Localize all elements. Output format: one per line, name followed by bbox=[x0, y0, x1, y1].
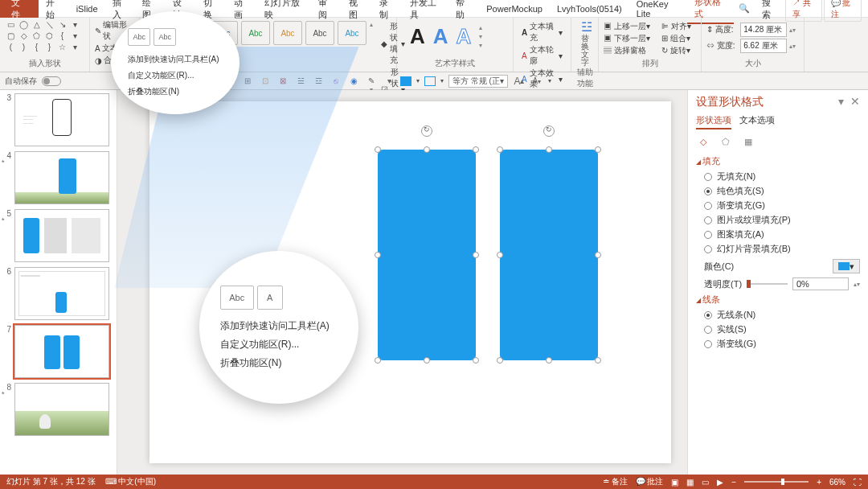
selection-pane-button[interactable]: ▤ 选择窗格 bbox=[604, 45, 655, 56]
thumb-4[interactable] bbox=[14, 151, 109, 204]
autosave-label: 自动保存 bbox=[5, 76, 37, 87]
pane-title: 设置形状格式 bbox=[696, 95, 764, 109]
view-sorter-icon[interactable]: ▦ bbox=[686, 478, 694, 487]
group-button[interactable]: ⊞ 组合▾ bbox=[661, 33, 696, 44]
rotate-handle-1[interactable] bbox=[421, 125, 432, 137]
font-selector[interactable]: 等方 常规 (正 ▾ bbox=[448, 75, 508, 88]
align-button[interactable]: ⊫ 对齐▾ bbox=[661, 21, 696, 32]
radio-picture-fill[interactable]: 图片或纹理填充(P) bbox=[704, 214, 860, 226]
replace-text-button[interactable]: ☳替换 文字 bbox=[576, 19, 593, 67]
callout-large: AbcA 添加到快速访问工具栏(A) 自定义功能区(R)... 折叠功能区(N) bbox=[199, 251, 358, 404]
qat-fill-color[interactable] bbox=[400, 76, 411, 86]
fill-line-icon[interactable]: ◇ bbox=[696, 134, 710, 149]
pane-dropdown[interactable]: ▾ bbox=[838, 95, 844, 108]
tab-file[interactable]: 文件 bbox=[0, 0, 39, 18]
thumb-8[interactable] bbox=[14, 383, 109, 436]
width-input[interactable]: 6.62 厘米 bbox=[740, 39, 787, 53]
pane-tab-shape[interactable]: 形状选项 bbox=[696, 114, 731, 129]
rotate-handle-2[interactable] bbox=[543, 125, 555, 137]
pane-close[interactable]: ✕ bbox=[850, 95, 860, 108]
pane-tab-text[interactable]: 文本选项 bbox=[739, 114, 775, 129]
bring-forward-button[interactable]: ▣ 上移一层▾ bbox=[604, 21, 655, 32]
radio-pattern-fill[interactable]: 图案填充(A) bbox=[704, 228, 860, 240]
wordart-gallery[interactable]: AAA bbox=[402, 19, 479, 49]
view-normal-icon[interactable]: ▣ bbox=[671, 478, 678, 487]
thumb-7[interactable] bbox=[14, 325, 109, 378]
view-slideshow-icon[interactable]: ▶ bbox=[717, 478, 723, 487]
radio-slide-bg-fill[interactable]: 幻灯片背景填充(B) bbox=[704, 243, 860, 255]
ctx2-add-qat[interactable]: 添加到快速访问工具栏(A) bbox=[219, 317, 340, 335]
ctx-add-qat[interactable]: 添加到快速访问工具栏(A) bbox=[126, 51, 224, 68]
height-input[interactable]: 14.28 厘米 bbox=[740, 23, 787, 37]
slide-thumbnails[interactable]: 3 ──────── ──── ── 4* 5* 6 ▭▭▭▭▭▭ 7 bbox=[0, 90, 117, 475]
tab-lvy[interactable]: LvyhTools(0514) bbox=[550, 2, 629, 16]
group-label-size: 大小 bbox=[706, 58, 799, 70]
shape-gallery[interactable]: ▭◯△＼↘▾ ▢◇⬠⬡{▾ (){}☆▾ bbox=[5, 19, 81, 52]
shape-style-7[interactable]: Abc bbox=[338, 21, 366, 45]
shape-style-4[interactable]: Abc bbox=[241, 21, 270, 45]
send-backward-button[interactable]: ▣ 下移一层▾ bbox=[604, 33, 655, 44]
group-label-a11y: 辅助功能 bbox=[576, 67, 593, 90]
size-props-icon[interactable]: ▦ bbox=[741, 134, 755, 149]
radio-solid-line[interactable]: 实线(S) bbox=[704, 323, 860, 335]
shape-style-6[interactable]: Abc bbox=[305, 21, 334, 45]
section-line[interactable]: 线条 bbox=[696, 294, 860, 306]
ctx-collapse[interactable]: 折叠功能区(N) bbox=[126, 84, 224, 100]
radio-no-fill[interactable]: 无填充(N) bbox=[704, 171, 860, 183]
zoom-value[interactable]: 66% bbox=[829, 478, 845, 487]
height-label: ⇕ 高度: bbox=[706, 24, 738, 35]
callout-small: AbcAbc 添加到快速访问工具栏(A) 自定义功能区(R)... 折叠功能区(… bbox=[111, 11, 240, 114]
radio-no-line[interactable]: 无线条(N) bbox=[704, 309, 860, 321]
view-reading-icon[interactable]: ▭ bbox=[702, 478, 709, 487]
thumb-6[interactable]: ▭▭▭▭▭▭ bbox=[14, 267, 109, 320]
shape-rect-2[interactable] bbox=[500, 150, 598, 360]
color-label: 颜色(C) bbox=[704, 261, 734, 273]
shape-rect-1[interactable] bbox=[378, 150, 476, 360]
status-slide: 幻灯片 第 7 张，共 12 张 bbox=[6, 476, 96, 487]
width-label: ⇔ 宽度: bbox=[706, 40, 738, 51]
ctx-customize[interactable]: 自定义功能区(R)... bbox=[126, 68, 224, 84]
thumb-5[interactable] bbox=[14, 209, 109, 262]
qat-outline-color[interactable] bbox=[424, 76, 436, 86]
qat-ico-11[interactable]: ◉ bbox=[347, 75, 360, 88]
tab-pm[interactable]: PowerMockup bbox=[479, 2, 550, 16]
fit-window-icon[interactable]: ⛶ bbox=[854, 478, 862, 487]
section-fill[interactable]: 填充 bbox=[696, 155, 860, 167]
transparency-slider[interactable] bbox=[747, 283, 788, 285]
ctx2-collapse[interactable]: 折叠功能区(N) bbox=[219, 354, 340, 372]
format-shape-pane: 设置形状格式 ▾ ✕ 形状选项 文本选项 ◇ ⬠ ▦ 填充 无填充(N) 纯色填… bbox=[687, 90, 868, 475]
thumb-3[interactable]: ──────── ──── ── bbox=[14, 93, 109, 146]
fill-color-picker[interactable]: ▾ bbox=[833, 259, 860, 273]
qat-ico-12[interactable]: ▾ bbox=[383, 75, 395, 88]
ctx2-customize[interactable]: 自定义功能区(R)... bbox=[219, 335, 340, 354]
group-label-arrange: 排列 bbox=[604, 58, 696, 70]
status-notes[interactable]: ≐ 备注 bbox=[603, 476, 628, 487]
autosave-toggle[interactable] bbox=[42, 76, 61, 86]
status-lang[interactable]: ⌨ 中文(中国) bbox=[105, 476, 156, 487]
text-fill-button[interactable]: A 文本填充▾ bbox=[522, 21, 563, 43]
font-inc[interactable]: A▴ bbox=[513, 75, 526, 88]
tab-islide[interactable]: iSlide bbox=[69, 2, 105, 16]
search-icon[interactable]: 🔍 bbox=[739, 3, 750, 14]
text-outline-button[interactable]: A 文本轮廓▾ bbox=[522, 44, 563, 67]
group-label-wordart: 艺术字样式 bbox=[402, 58, 508, 70]
radio-gradient-line[interactable]: 渐变线(G) bbox=[704, 338, 860, 350]
radio-gradient-fill[interactable]: 渐变填充(G) bbox=[704, 199, 860, 212]
rotate-button[interactable]: ↻ 旋转▾ bbox=[661, 45, 696, 56]
shape-style-5[interactable]: Abc bbox=[273, 21, 302, 45]
effects-icon[interactable]: ⬠ bbox=[719, 134, 733, 149]
ribbon-tabs: 文件 开始 iSlide 插入 绘图 设计 切换 动画 幻灯片放映 审阅 视图 … bbox=[0, 0, 868, 18]
font-dec[interactable]: A▾ bbox=[530, 75, 543, 88]
status-bar: 幻灯片 第 7 张，共 12 张 ⌨ 中文(中国) ≐ 备注 💬 批注 ▣ ▦ … bbox=[0, 475, 868, 489]
status-comments[interactable]: 💬 批注 bbox=[636, 476, 664, 487]
qat-eyedropper[interactable]: ✎ bbox=[365, 75, 378, 88]
comments-button[interactable]: 💬 批注 bbox=[824, 0, 862, 22]
transparency-input[interactable]: 0% bbox=[792, 277, 849, 290]
transparency-label: 透明度(T) bbox=[704, 278, 742, 290]
zoom-slider[interactable] bbox=[744, 481, 809, 483]
radio-solid-fill[interactable]: 纯色填充(S) bbox=[704, 185, 860, 197]
group-label-insert-shape: 插入形状 bbox=[5, 58, 84, 70]
